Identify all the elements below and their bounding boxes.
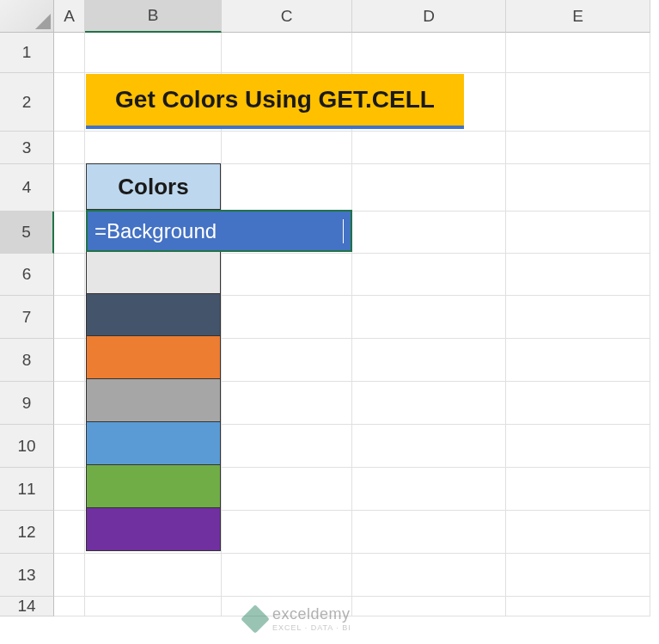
- select-all-corner[interactable]: [0, 0, 54, 33]
- cell-e12[interactable]: [506, 511, 650, 554]
- row-header-11[interactable]: 11: [0, 468, 54, 511]
- table-header-colors: Colors: [86, 163, 221, 210]
- cell-c10[interactable]: [222, 425, 352, 468]
- cell-d5[interactable]: [352, 212, 506, 254]
- cell-e9[interactable]: [506, 382, 650, 425]
- cell-a1[interactable]: [54, 33, 85, 73]
- cell-d14[interactable]: [352, 597, 506, 616]
- cell-e1[interactable]: [506, 33, 650, 73]
- cell-a14[interactable]: [54, 597, 85, 616]
- cell-d13[interactable]: [352, 554, 506, 597]
- watermark-logo-icon: [241, 604, 270, 634]
- cell-a11[interactable]: [54, 468, 85, 511]
- cell-c11[interactable]: [222, 468, 352, 511]
- cell-e10[interactable]: [506, 425, 650, 468]
- col-header-c[interactable]: C: [222, 0, 352, 33]
- cell-e5[interactable]: [506, 212, 650, 254]
- cell-c8[interactable]: [222, 339, 352, 382]
- row-header-2[interactable]: 2: [0, 73, 54, 132]
- cell-e3[interactable]: [506, 132, 650, 164]
- active-cell-formula[interactable]: =Background: [86, 210, 352, 252]
- cell-d11[interactable]: [352, 468, 506, 511]
- col-header-b[interactable]: B: [85, 0, 222, 33]
- color-swatch-row10[interactable]: [86, 422, 221, 465]
- cell-a9[interactable]: [54, 382, 85, 425]
- watermark-main: exceldemy: [272, 605, 351, 623]
- cell-d1[interactable]: [352, 33, 506, 73]
- color-swatch-row12[interactable]: [86, 508, 221, 551]
- col-header-e[interactable]: E: [506, 0, 650, 33]
- cell-d12[interactable]: [352, 511, 506, 554]
- row-header-1[interactable]: 1: [0, 33, 54, 73]
- title-banner: Get Colors Using GET.CELL: [86, 74, 464, 129]
- watermark-sub: EXCEL · DATA · BI: [272, 623, 351, 632]
- row-header-8[interactable]: 8: [0, 339, 54, 382]
- row-header-4[interactable]: 4: [0, 164, 54, 212]
- cell-d10[interactable]: [352, 425, 506, 468]
- cell-c3[interactable]: [222, 132, 352, 164]
- cell-d4[interactable]: [352, 164, 506, 212]
- cell-a2[interactable]: [54, 73, 85, 132]
- cell-c4[interactable]: [222, 164, 352, 212]
- cell-c12[interactable]: [222, 511, 352, 554]
- cell-b1[interactable]: [85, 33, 222, 73]
- cell-b14[interactable]: [85, 597, 222, 616]
- cell-c13[interactable]: [222, 554, 352, 597]
- color-swatch-row11[interactable]: [86, 465, 221, 508]
- cell-e14[interactable]: [506, 597, 650, 616]
- row-header-7[interactable]: 7: [0, 296, 54, 339]
- cell-a12[interactable]: [54, 511, 85, 554]
- cell-e11[interactable]: [506, 468, 650, 511]
- cell-a10[interactable]: [54, 425, 85, 468]
- cell-a4[interactable]: [54, 164, 85, 212]
- row-header-5[interactable]: 5: [0, 212, 54, 254]
- cell-e13[interactable]: [506, 554, 650, 597]
- color-swatch-row7[interactable]: [86, 294, 221, 336]
- cell-a6[interactable]: [54, 254, 85, 296]
- cell-d9[interactable]: [352, 382, 506, 425]
- cell-e7[interactable]: [506, 296, 650, 339]
- col-header-d[interactable]: D: [352, 0, 506, 33]
- color-swatch-row6[interactable]: [86, 252, 221, 294]
- row-header-12[interactable]: 12: [0, 511, 54, 554]
- cell-d8[interactable]: [352, 339, 506, 382]
- cell-e4[interactable]: [506, 164, 650, 212]
- cell-e2[interactable]: [506, 73, 650, 132]
- cell-d3[interactable]: [352, 132, 506, 164]
- cell-b3[interactable]: [85, 132, 222, 164]
- col-header-a[interactable]: A: [54, 0, 85, 33]
- cell-e6[interactable]: [506, 254, 650, 296]
- cell-e8[interactable]: [506, 339, 650, 382]
- watermark: exceldemy EXCEL · DATA · BI: [245, 605, 351, 632]
- cell-a7[interactable]: [54, 296, 85, 339]
- row-header-6[interactable]: 6: [0, 254, 54, 296]
- cell-d7[interactable]: [352, 296, 506, 339]
- cell-a5[interactable]: [54, 212, 85, 254]
- cell-c7[interactable]: [222, 296, 352, 339]
- row-header-9[interactable]: 9: [0, 382, 54, 425]
- cell-a13[interactable]: [54, 554, 85, 597]
- row-header-14[interactable]: 14: [0, 597, 54, 616]
- cell-a8[interactable]: [54, 339, 85, 382]
- row-header-3[interactable]: 3: [0, 132, 54, 164]
- cell-b13[interactable]: [85, 554, 222, 597]
- cell-c9[interactable]: [222, 382, 352, 425]
- cell-c1[interactable]: [222, 33, 352, 73]
- color-swatch-row9[interactable]: [86, 379, 221, 422]
- row-header-13[interactable]: 13: [0, 554, 54, 597]
- color-swatch-row8[interactable]: [86, 336, 221, 379]
- cell-a3[interactable]: [54, 132, 85, 164]
- cell-d6[interactable]: [352, 254, 506, 296]
- row-header-10[interactable]: 10: [0, 425, 54, 468]
- cell-c6[interactable]: [222, 254, 352, 296]
